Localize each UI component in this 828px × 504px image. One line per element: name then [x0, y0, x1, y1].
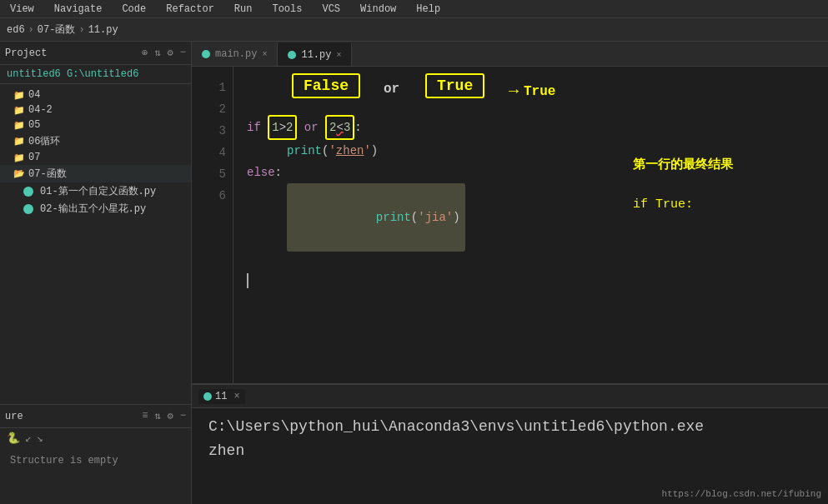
sidebar-item-06loop[interactable]: 📁 06循环 — [0, 132, 191, 150]
cursor — [247, 273, 248, 288]
menu-navigate[interactable]: Navigate — [51, 2, 106, 17]
menu-view[interactable]: View — [7, 2, 38, 17]
expr1-box: 1>2 — [268, 115, 297, 140]
sidebar-toolbar: Project ⊕ ⇅ ⚙ − — [0, 42, 191, 65]
sidebar-item-04-2[interactable]: 📁 04-2 — [0, 102, 191, 117]
breadcrumb-sep1: › — [28, 24, 34, 36]
run-snake-icon — [203, 392, 212, 401]
str-zhen-q2: ' — [364, 140, 370, 162]
sidebar-folder-label: 04 — [28, 89, 40, 101]
run-tab-label: 11 — [215, 391, 227, 402]
num4: 3 — [344, 121, 350, 134]
annotation-result: 第一行的最终结果 — [633, 157, 815, 172]
structure-label: ure — [5, 411, 23, 422]
folder-icon: 📁 — [13, 90, 25, 101]
tab-close-main[interactable]: × — [262, 50, 267, 59]
keyword-if: if — [247, 117, 261, 138]
num2: 2 — [286, 121, 293, 134]
project-label: Project — [5, 47, 47, 59]
keyword-or: or — [304, 117, 319, 138]
line-num-1: 1 — [198, 77, 226, 98]
lparen2: ( — [411, 211, 418, 224]
project-title[interactable]: untitled6 G:\untitled6 — [0, 65, 191, 84]
run-tab-bar: 11 × — [192, 385, 828, 408]
structure-toolbar: ure ≡ ⇅ ⚙ − — [0, 405, 191, 428]
watermark: https://blog.csdn.net/ifubing — [662, 489, 821, 499]
breadcrumb-sep2: › — [78, 24, 84, 36]
line-num-6: 6 — [198, 185, 226, 207]
colon2: : — [275, 162, 282, 183]
folder-icon-6: 📂 — [13, 168, 25, 179]
line-num-2: 2 — [198, 98, 226, 120]
tab-label-main: main.py — [215, 48, 257, 60]
folder-icon-4: 📁 — [13, 136, 25, 147]
code-line-2: print('zhen') — [247, 140, 606, 162]
sidebar-item-07-func[interactable]: 📂 07-函数 — [0, 165, 191, 182]
code-line-4: print('jia') — [247, 183, 606, 252]
lparen1: ( — [322, 140, 329, 162]
code-area-wrapper: False or True → True 1 2 3 4 5 6 — [192, 67, 828, 383]
sidebar-folder-label-6: 07-函数 — [28, 167, 67, 181]
sidebar-folder-label-2: 04-2 — [28, 104, 53, 116]
structure-btn1[interactable]: 🐍 — [7, 432, 20, 445]
sidebar-add-icon[interactable]: ⊕ — [142, 47, 148, 59]
output-command: C:\Users\python_hui\Anaconda3\envs\untit… — [208, 415, 811, 439]
code-content[interactable]: if 1>2 or 2<3 : print('zhen') else: — [233, 67, 620, 383]
py-icon-2 — [23, 204, 33, 214]
menu-help[interactable]: Help — [413, 2, 444, 17]
menu-window[interactable]: Window — [357, 2, 399, 17]
menu-run[interactable]: Run — [231, 2, 256, 17]
run-tab-11[interactable]: 11 × — [198, 389, 245, 404]
sidebar-settings-icon[interactable]: ⚙ — [168, 47, 173, 59]
line-num-4: 4 — [198, 142, 226, 163]
structure-btn3[interactable]: ↘ — [37, 432, 43, 445]
menu-code[interactable]: Code — [118, 2, 149, 17]
structure-close-icon[interactable]: − — [180, 410, 186, 422]
sidebar-item-07[interactable]: 📁 07 — [0, 150, 191, 165]
run-tab-close[interactable]: × — [233, 391, 239, 402]
print-jia-block: print('jia') — [287, 183, 465, 252]
py-icon-1 — [23, 187, 33, 197]
annotation-if-true-text: if True: — [633, 197, 815, 212]
breadcrumb-bar: ed6 › 07-函数 › 11.py — [0, 18, 828, 42]
breadcrumb-part3[interactable]: 11.py — [88, 24, 118, 36]
breadcrumb-part2[interactable]: 07-函数 — [38, 22, 76, 37]
space3 — [319, 117, 325, 138]
colon1: : — [354, 117, 361, 138]
rparen2: ) — [453, 211, 459, 224]
tab-py-icon-11 — [288, 51, 296, 59]
folder-icon-2: 📁 — [13, 105, 25, 116]
sidebar-sync-icon[interactable]: ⇅ — [154, 47, 160, 59]
tab-close-11[interactable]: × — [336, 51, 341, 60]
tab-11-py[interactable]: 11.py × — [278, 42, 352, 66]
tab-bar: main.py × 11.py × — [192, 42, 828, 67]
main-layout: Project ⊕ ⇅ ⚙ − untitled6 G:\untitled6 📁… — [0, 42, 828, 504]
menu-vcs[interactable]: VCS — [319, 2, 344, 17]
structure-sync-icon[interactable]: ⇅ — [154, 410, 160, 422]
line-num-3: 3 — [198, 120, 226, 142]
output-content: C:\Users\python_hui\Anaconda3\envs\untit… — [192, 408, 828, 470]
sidebar-content: 📁 04 📁 04-2 📁 05 📁 06循环 📁 07 📂 07-函数 — [0, 84, 191, 404]
structure-settings-icon[interactable]: ⚙ — [168, 410, 173, 422]
sidebar-item-04[interactable]: 📁 04 — [0, 87, 191, 102]
breadcrumb-part1[interactable]: ed6 — [7, 24, 25, 36]
folder-icon-3: 📁 — [13, 120, 25, 131]
output-result: zhen — [208, 439, 811, 463]
code-line-3: else: — [247, 162, 606, 183]
sidebar-file-02[interactable]: 02-输出五个小星花.py — [0, 200, 191, 217]
structure-list-icon[interactable]: ≡ — [142, 410, 148, 422]
annotation-if-true: if True: — [633, 197, 815, 212]
tab-label-11: 11.py — [301, 49, 331, 61]
sidebar-close-icon[interactable]: − — [180, 47, 186, 59]
menu-tools[interactable]: Tools — [268, 2, 305, 17]
tab-main-py[interactable]: main.py × — [192, 42, 278, 66]
sidebar-file-label-2: 02-输出五个小星花.py — [40, 202, 146, 216]
keyword-print1: print — [287, 140, 322, 162]
sidebar-item-05[interactable]: 📁 05 — [0, 117, 191, 132]
structure-btn2[interactable]: ↙ — [25, 432, 32, 445]
menu-refactor[interactable]: Refactor — [163, 2, 218, 17]
bottom-panel: 11 × C:\Users\python_hui\Anaconda3\envs\… — [192, 383, 828, 504]
expr2-box: 2<3 — [325, 115, 354, 140]
sidebar-file-01[interactable]: 01-第一个自定义函数.py — [0, 182, 191, 200]
str-jia: 'jia' — [418, 211, 453, 224]
